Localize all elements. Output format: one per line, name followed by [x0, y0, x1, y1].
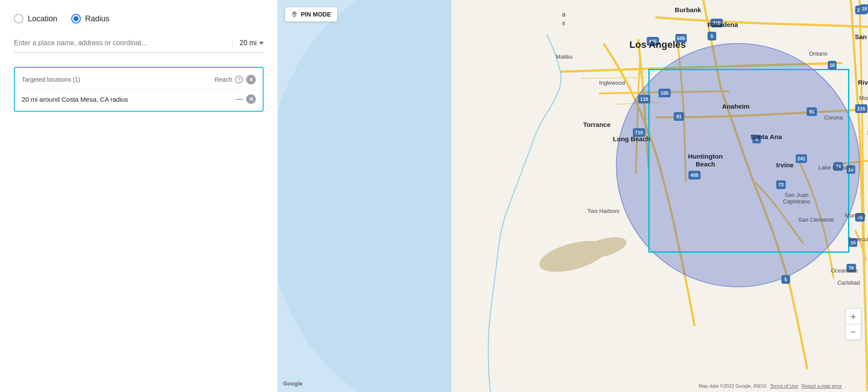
svg-text:Murrieta: Murrieta	[845, 212, 866, 219]
map-footer: Map data ©2022 Google, INEGI Terms of Us…	[699, 383, 842, 389]
radio-radius-label: Radius	[85, 14, 109, 23]
distance-selector[interactable]: 20 mi	[232, 39, 264, 47]
map-svg: 405 210 210 110 710 105 91 91 5 5 5 15	[278, 0, 868, 392]
svg-text:Malibu: Malibu	[556, 53, 572, 60]
map-data-label: Map data ©2022 Google, INEGI	[699, 383, 766, 389]
chevron-down-icon	[259, 42, 264, 45]
svg-text:18: 18	[861, 6, 867, 11]
svg-text:Ontario: Ontario	[809, 50, 828, 57]
svg-text:s: s	[562, 20, 565, 27]
svg-text:91: 91	[676, 114, 681, 119]
map-panel: PIN MODE	[278, 0, 868, 392]
terms-link[interactable]: Terms of Use	[770, 383, 798, 389]
targeted-location-row: 20 mi around Costa Mesa, CA radius — ✕	[22, 90, 256, 111]
svg-text:Moreno Valley: Moreno Valley	[859, 95, 868, 101]
targeted-box: Targeted locations (1) Reach ? ✕ 20 mi a…	[14, 67, 264, 112]
radio-location[interactable]: Location	[14, 14, 57, 23]
minimize-icon[interactable]: —	[236, 95, 243, 103]
targeted-title: Targeted locations (1)	[22, 76, 80, 83]
location-close-button[interactable]: ✕	[246, 94, 256, 104]
svg-text:710: 710	[635, 130, 643, 135]
svg-text:Beach: Beach	[696, 160, 715, 168]
left-panel: Location Radius 20 mi Targeted locations…	[0, 0, 278, 392]
svg-text:Santa Ana: Santa Ana	[750, 133, 782, 140]
svg-text:San Juan: San Juan	[785, 192, 809, 198]
svg-text:Anaheim: Anaheim	[722, 103, 749, 110]
radio-group: Location Radius	[14, 14, 264, 23]
svg-text:5: 5	[710, 33, 713, 39]
svg-text:241: 241	[797, 156, 805, 161]
svg-text:Riverside: Riverside	[858, 79, 868, 86]
distance-value: 20 mi	[240, 39, 257, 47]
radio-location-circle	[14, 14, 23, 23]
svg-text:Lake Elsinore: Lake Elsinore	[818, 164, 853, 171]
svg-text:405: 405	[690, 173, 698, 178]
svg-text:105: 105	[660, 90, 668, 96]
zoom-controls: + −	[845, 309, 861, 340]
targeted-header-actions: Reach ? ✕	[215, 75, 256, 84]
radio-location-label: Location	[28, 14, 57, 23]
search-row: 20 mi	[14, 37, 264, 53]
targeted-header: Targeted locations (1) Reach ? ✕	[22, 75, 256, 84]
svg-text:Oceanside: Oceanside	[831, 267, 858, 274]
svg-text:91: 91	[809, 109, 814, 114]
svg-text:Long Beach: Long Beach	[613, 135, 650, 143]
svg-text:10: 10	[829, 63, 835, 68]
google-watermark: Google	[283, 380, 303, 387]
help-icon[interactable]: ?	[235, 76, 243, 83]
reach-label: Reach ?	[215, 76, 243, 83]
report-link[interactable]: Report a map error	[802, 383, 842, 389]
radio-radius[interactable]: Radius	[71, 14, 109, 23]
svg-text:Inglewood: Inglewood	[599, 80, 625, 86]
svg-text:110: 110	[640, 96, 648, 102]
svg-text:San Clemente: San Clemente	[798, 216, 834, 223]
pin-icon	[291, 11, 297, 17]
svg-text:Huntington: Huntington	[688, 153, 723, 160]
svg-text:Two Harbors: Two Harbors	[587, 208, 620, 214]
svg-text:73: 73	[778, 182, 783, 187]
svg-text:215: 215	[857, 106, 865, 111]
pin-mode-button[interactable]: PIN MODE	[285, 7, 337, 22]
svg-text:Capistrano: Capistrano	[783, 198, 810, 205]
svg-text:a: a	[562, 11, 566, 18]
svg-point-0	[294, 13, 295, 14]
location-text: 20 mi around Costa Mesa, CA radius	[22, 96, 128, 103]
svg-text:Irvine: Irvine	[776, 161, 793, 169]
svg-text:Los Angeles: Los Angeles	[630, 39, 686, 50]
targeted-close-button[interactable]: ✕	[246, 75, 256, 84]
svg-text:Temecula: Temecula	[848, 236, 868, 243]
svg-text:5: 5	[784, 277, 787, 282]
zoom-out-button[interactable]: −	[845, 324, 861, 340]
svg-text:Torrance: Torrance	[583, 121, 611, 128]
svg-text:Carlsbad: Carlsbad	[837, 279, 860, 286]
radio-radius-circle	[71, 14, 81, 23]
radio-radius-dot	[73, 16, 79, 21]
pin-mode-label: PIN MODE	[301, 11, 331, 18]
svg-text:Corona: Corona	[824, 114, 843, 121]
row-actions: — ✕	[236, 94, 256, 104]
svg-text:Pasadena: Pasadena	[707, 21, 738, 28]
search-input[interactable]	[14, 37, 229, 49]
svg-text:Burbank: Burbank	[675, 6, 702, 13]
zoom-in-button[interactable]: +	[845, 309, 861, 324]
svg-text:San Bernardino: San Bernardino	[855, 33, 868, 40]
